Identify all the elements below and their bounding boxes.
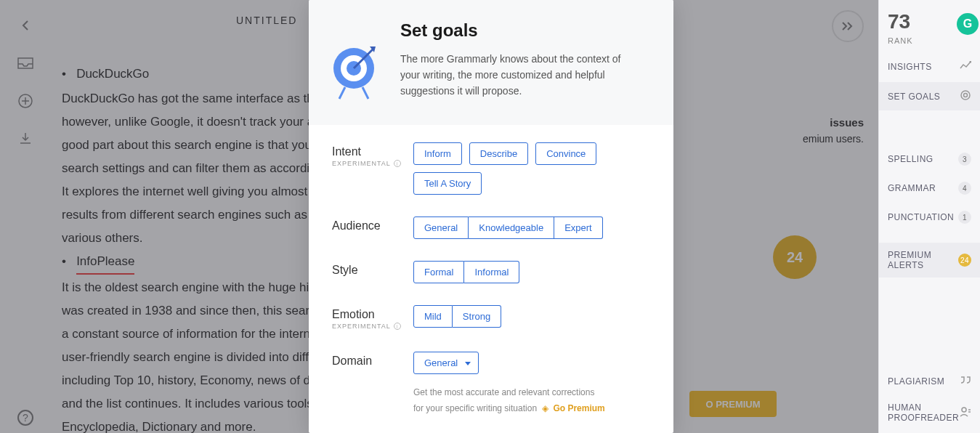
quote-icon	[960, 376, 971, 387]
intent-describe[interactable]: Describe	[469, 142, 528, 165]
info-icon[interactable]: i	[394, 160, 401, 167]
audience-general[interactable]: General	[413, 216, 469, 239]
intent-label: Intent	[332, 145, 413, 158]
sidebar-set-goals[interactable]: SET GOALS	[879, 82, 980, 110]
intent-convince[interactable]: Convince	[535, 142, 596, 165]
rank-label: RANK	[888, 36, 971, 45]
intent-inform[interactable]: Inform	[413, 142, 462, 165]
emotion-strong[interactable]: Strong	[453, 305, 501, 328]
style-label: Style	[332, 261, 413, 277]
count-badge: 3	[958, 153, 971, 166]
info-icon[interactable]: i	[394, 323, 401, 330]
row-emotion: Emotion EXPERIMENTAL i Mild Strong	[332, 305, 650, 330]
experimental-tag: EXPERIMENTAL	[332, 160, 391, 167]
row-audience: Audience General Knowledgeable Expert	[332, 216, 650, 239]
svg-point-2	[961, 91, 970, 100]
target-icon	[960, 89, 971, 103]
svg-line-9	[339, 87, 345, 99]
domain-label: Domain	[332, 352, 413, 368]
sidebar-spelling[interactable]: SPELLING3	[888, 153, 971, 166]
go-premium-link[interactable]: Go Premium	[553, 403, 604, 413]
count-badge: 4	[958, 182, 971, 195]
audience-expert[interactable]: Expert	[554, 216, 603, 239]
sidebar-premium-alerts[interactable]: PREMIUMALERTS24	[879, 243, 980, 278]
target-illustration	[332, 20, 384, 103]
svg-point-4	[962, 408, 966, 412]
right-sidebar: G 73 RANK INSIGHTS SET GOALS SPELLING3 G…	[878, 0, 980, 433]
diamond-icon: ◈	[542, 403, 548, 413]
modal-header: Set goals The more Grammarly knows about…	[309, 0, 673, 125]
style-formal[interactable]: Formal	[413, 261, 464, 283]
set-goals-modal: Set goals The more Grammarly knows about…	[309, 0, 673, 433]
count-badge: 1	[958, 211, 971, 224]
experimental-tag: EXPERIMENTAL	[332, 323, 391, 330]
sidebar-insights[interactable]: INSIGHTS	[888, 61, 971, 72]
app-root: UNTITLED • DuckDuckGo DuckDuckGo has got…	[0, 0, 980, 433]
modal-title: Set goals	[400, 20, 640, 41]
audience-knowledgeable[interactable]: Knowledgeable	[469, 216, 554, 239]
insights-icon	[960, 61, 971, 72]
count-badge-gold: 24	[958, 254, 971, 267]
emotion-mild[interactable]: Mild	[413, 305, 453, 328]
svg-point-3	[964, 94, 968, 97]
row-style: Style Formal Informal	[332, 261, 650, 283]
svg-line-10	[363, 87, 368, 99]
grammarly-logo-button[interactable]: G	[957, 13, 979, 35]
domain-select[interactable]: General	[413, 352, 479, 374]
modal-body: Intent EXPERIMENTAL i Inform Describe Co…	[309, 125, 673, 425]
audience-label: Audience	[332, 216, 413, 232]
emotion-label: Emotion	[332, 308, 413, 321]
row-domain: Domain General	[332, 352, 650, 374]
sidebar-punctuation[interactable]: PUNCTUATION1	[888, 211, 971, 224]
modal-description: The more Grammarly knows about the conte…	[400, 51, 640, 99]
sidebar-human-proofreader[interactable]: HUMANPROOFREADER	[888, 402, 971, 423]
row-intent: Intent EXPERIMENTAL i Inform Describe Co…	[332, 142, 650, 195]
modal-footer-note: Get the most accurate and relevant corre…	[332, 384, 650, 416]
style-informal[interactable]: Informal	[464, 261, 519, 283]
person-icon	[960, 407, 971, 419]
sidebar-plagiarism[interactable]: PLAGIARISM	[888, 376, 971, 387]
sidebar-grammar[interactable]: GRAMMAR4	[888, 182, 971, 195]
intent-tell-story[interactable]: Tell A Story	[413, 172, 482, 195]
